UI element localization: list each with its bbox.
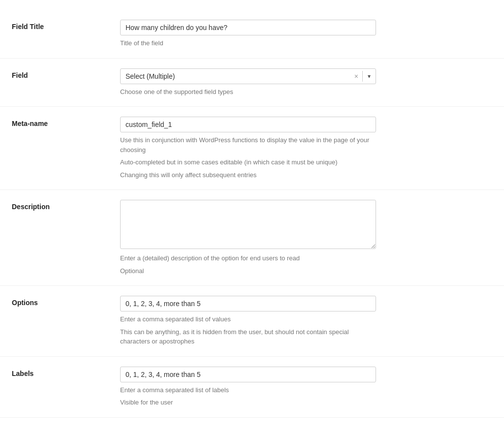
meta-name-hint-3: Changing this will only affect subsequen…	[120, 170, 376, 180]
options-row: Options Enter a comma separated list of …	[0, 286, 504, 357]
labels-row: Labels Enter a comma separated list of l…	[0, 357, 504, 418]
field-select-wrapper[interactable]: Select (Multiple) × ▾	[120, 68, 376, 84]
field-title-input[interactable]	[120, 20, 376, 35]
meta-name-label: Meta-name	[12, 117, 120, 127]
labels-hint-2: Visible for the user	[120, 398, 376, 407]
field-select-value: Select (Multiple)	[121, 69, 350, 84]
meta-name-hint-2: Auto-completed but in some cases editabl…	[120, 157, 376, 167]
field-hint: Choose one of the supported field types	[120, 87, 376, 97]
field-field: Select (Multiple) × ▾ Choose one of the …	[120, 68, 376, 97]
field-title-hint: Title of the field	[120, 38, 376, 48]
field-row: Field Select (Multiple) × ▾ Choose one o…	[0, 59, 504, 107]
options-label: Options	[12, 296, 120, 307]
labels-label: Labels	[12, 367, 120, 377]
field-title-field: Title of the field	[120, 20, 376, 48]
meta-name-row: Meta-name Use this in conjunction with W…	[0, 107, 504, 190]
field-title-label: Field Title	[12, 20, 120, 31]
options-hint-1: Enter a comma separated list of values	[120, 314, 376, 324]
description-row: Description Enter a (detailed) descripti…	[0, 190, 504, 286]
meta-name-field: Use this in conjunction with WordPress f…	[120, 117, 376, 180]
field-select-clear[interactable]: ×	[350, 70, 362, 82]
description-field: Enter a (detailed) description of the op…	[120, 200, 376, 276]
meta-name-hint-1: Use this in conjunction with WordPress f…	[120, 135, 376, 155]
chevron-down-icon[interactable]: ▾	[362, 71, 376, 82]
description-label: Description	[12, 200, 120, 211]
labels-hint-1: Enter a comma separated list of labels	[120, 385, 376, 395]
labels-field: Enter a comma separated list of labels V…	[120, 367, 376, 407]
field-title-row: Field Title Title of the field	[0, 10, 504, 59]
meta-name-input[interactable]	[120, 117, 376, 132]
field-label: Field	[12, 68, 120, 79]
labels-input[interactable]	[120, 367, 376, 382]
options-field: Enter a comma separated list of values T…	[120, 296, 376, 346]
form-container: Field Title Title of the field Field Sel…	[0, 0, 504, 428]
description-hint-2: Optional	[120, 266, 376, 276]
description-hint-1: Enter a (detailed) description of the op…	[120, 253, 376, 263]
description-textarea[interactable]	[120, 200, 376, 249]
options-hint-2: This can be anything, as it is hidden fr…	[120, 327, 376, 346]
options-input[interactable]	[120, 296, 376, 311]
